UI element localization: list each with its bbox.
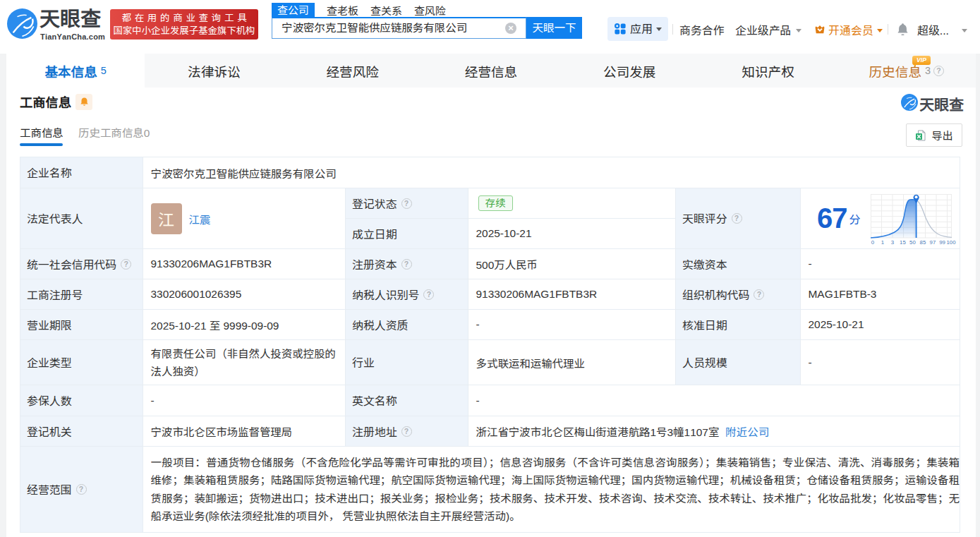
svg-text:99: 99 (939, 239, 945, 246)
svg-text:1: 1 (881, 239, 883, 246)
svg-text:97: 97 (929, 239, 936, 246)
svg-text:50: 50 (909, 239, 916, 246)
svg-text:3: 3 (890, 239, 893, 246)
svg-text:15: 15 (900, 239, 906, 246)
svg-text:85: 85 (919, 239, 926, 246)
svg-text:0: 0 (871, 239, 874, 246)
svg-text:100: 100 (946, 239, 956, 246)
